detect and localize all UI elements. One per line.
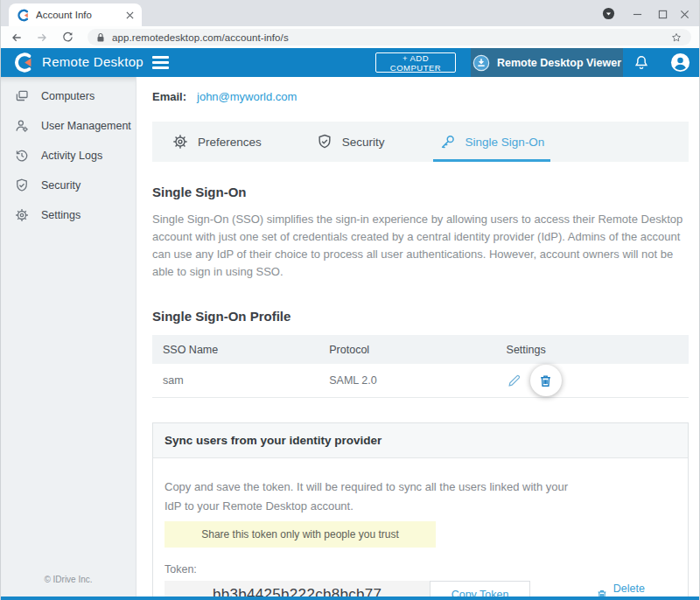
sync-panel-title: Sync users from your identity provider [153,423,688,458]
delete-trash-icon[interactable] [530,365,562,396]
window-close-icon[interactable] [677,7,691,21]
sidebar-item-security[interactable]: Security [1,171,136,200]
browser-tab[interactable]: Account Info [9,3,142,26]
user-management-icon [14,118,30,134]
browser-window: Account Info [0,0,700,600]
refresh-icon[interactable] [60,30,75,45]
sync-users-panel: Sync users from your identity provider C… [152,422,689,597]
activity-logs-icon [14,148,30,164]
remote-desktop-logo-icon [12,52,34,77]
cell-sso-name: sam [152,364,329,398]
back-icon[interactable] [9,30,24,45]
token-row: bb3b4425b222cb8bcb77 Copy Token Delete T… [164,581,676,597]
delete-token-button[interactable]: Delete Token [596,581,676,597]
sso-profile-title: Single Sign-On Profile [152,309,689,324]
tab-close-icon[interactable] [126,11,134,19]
sidebar-item-settings[interactable]: Settings [1,200,136,230]
menu-icon[interactable] [152,56,169,69]
account-avatar-icon[interactable] [670,52,690,76]
key-icon [439,133,457,150]
add-computer-button[interactable]: + ADD COMPUTER [375,52,456,73]
browser-tabstrip: Account Info [1,0,699,26]
account-tabs: Preferences Security Single Sign-On [152,122,689,162]
sync-panel-body: Copy and save the token. It will be requ… [153,458,688,597]
computers-icon [14,88,30,104]
window-bottom-edge [1,597,699,600]
sidebar-item-label: Settings [41,209,80,221]
token-label: Token: [164,563,676,576]
gear-icon [14,207,30,223]
app-header: Remote Desktop + ADD COMPUTER Remote Des… [1,48,699,77]
token-value: bb3b4425b222cb8bcb77 [164,581,430,597]
column-header-protocol: Protocol [329,335,506,364]
tab-title: Account Info [36,10,120,20]
forward-icon[interactable] [34,30,50,45]
sidebar-item-activity-logs[interactable]: Activity Logs [1,141,136,171]
remote-desktop-viewer-button[interactable]: Remote Desktop Viewer [471,48,623,77]
email-label: Email: [152,90,186,103]
sidebar-item-label: Security [41,179,80,192]
tab-label: Security [342,136,385,149]
column-header-settings: Settings [507,335,689,364]
token-warning-note: Share this token only with people you tr… [164,521,436,548]
email-link[interactable]: john@myworld.com [197,90,297,103]
url-text: app.remotedesktop.com/account-info/s [112,32,663,43]
sidebar-item-label: Computers [41,90,94,102]
bookmark-star-icon[interactable] [670,31,682,44]
sso-profile-table: SSO Name Protocol Settings sam SAML 2.0 [152,335,689,398]
window-minimize-icon[interactable] [630,7,644,21]
table-row: sam SAML 2.0 [152,364,689,398]
cell-protocol: SAML 2.0 [329,364,506,398]
download-icon [472,54,490,72]
shield-icon [316,133,333,150]
sidebar-item-user-management[interactable]: User Management [1,111,136,141]
site-favicon [17,9,30,22]
shield-icon [14,178,30,193]
lock-icon [96,32,105,43]
delete-token-label: Delete Token [613,583,676,597]
main-content: Email: john@myworld.com Preferences Secu… [136,77,699,597]
sidebar-item-label: Activity Logs [41,150,102,162]
brand-title: Remote Desktop [42,54,144,69]
edit-pencil-icon[interactable] [507,373,522,388]
table-header-row: SSO Name Protocol Settings [152,335,689,364]
tab-preferences[interactable]: Preferences [172,122,262,162]
gear-icon [172,133,189,150]
sidebar-item-computers[interactable]: Computers [1,81,136,111]
tab-single-sign-on[interactable]: Single Sign-On [439,122,545,162]
trash-icon [596,589,608,597]
email-row: Email: john@myworld.com [152,90,689,103]
column-header-sso-name: SSO Name [152,335,329,364]
cell-settings [507,364,689,397]
browser-toolbar: app.remotedesktop.com/account-info/s [1,26,699,48]
copy-token-button[interactable]: Copy Token [430,581,529,597]
viewer-label: Remote Desktop Viewer [497,57,621,69]
sidebar: Computers User Management Activity Logs … [1,77,136,597]
sso-description: Single Sign-On (SSO) simplifies the sign… [152,211,689,281]
sso-section-title: Single Sign-On [152,185,689,199]
window-maximize-icon[interactable] [655,7,669,21]
tab-label: Preferences [198,136,262,149]
url-bar[interactable]: app.remotedesktop.com/account-info/s [88,29,691,45]
tab-security[interactable]: Security [316,122,385,162]
sidebar-item-label: User Management [41,120,131,132]
sync-description: Copy and save the token. It will be requ… [164,478,584,516]
copyright-text: © IDrive Inc. [1,575,136,584]
browser-profile-icon[interactable] [601,6,615,20]
notifications-bell-icon[interactable] [633,53,650,75]
tab-label: Single Sign-On [466,136,545,149]
